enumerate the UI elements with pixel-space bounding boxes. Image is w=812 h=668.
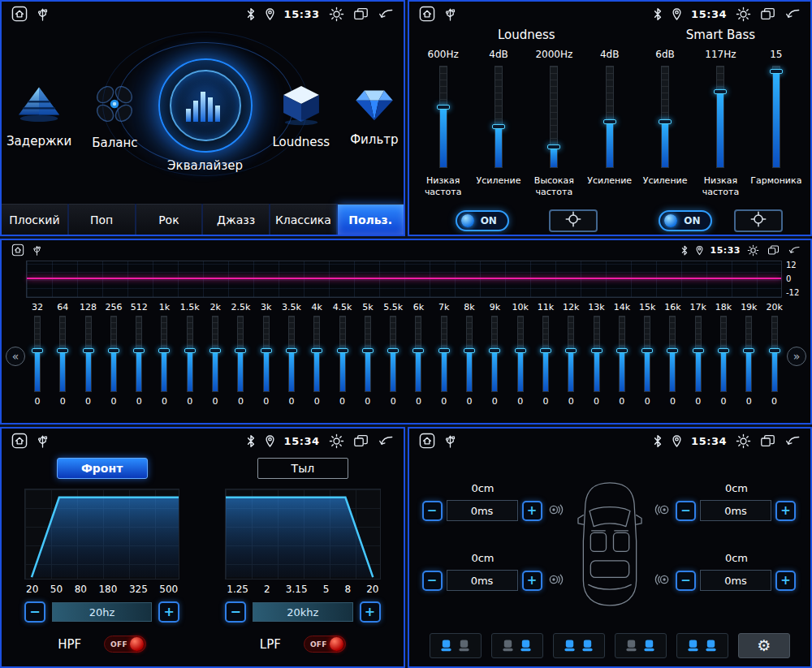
smart-bass-slider-1[interactable]: 6dBУсиление <box>639 49 691 199</box>
loudness-slider-1[interactable]: 600HzНизкая частота <box>417 49 469 199</box>
eq-band-128[interactable]: 1280 <box>77 302 100 407</box>
band-thumb[interactable] <box>616 348 628 353</box>
eq-band-15k[interactable]: 15k0 <box>636 302 659 407</box>
delay-minus-button[interactable]: − <box>676 571 696 591</box>
band-thumb[interactable] <box>57 348 68 353</box>
eq-band-1.5k[interactable]: 1.5k0 <box>179 302 201 407</box>
band-slider[interactable] <box>644 316 650 392</box>
band-slider[interactable] <box>720 316 727 392</box>
slider-track[interactable] <box>495 66 503 168</box>
delay-plus-button[interactable]: + <box>522 501 542 521</box>
preset-tab-1[interactable]: Плоский <box>2 204 67 235</box>
band-slider[interactable] <box>288 316 295 392</box>
recent-apps-icon[interactable] <box>767 244 780 255</box>
menu-item-balance[interactable]: Баланс <box>92 81 137 150</box>
band-thumb[interactable] <box>489 348 500 353</box>
band-thumb[interactable] <box>209 348 221 353</box>
band-thumb[interactable] <box>108 348 119 353</box>
hpf-plus-button[interactable]: + <box>158 601 179 623</box>
band-slider[interactable] <box>542 316 549 392</box>
band-slider[interactable] <box>441 316 447 392</box>
loudness-slider-3[interactable]: 2000HzВысокая частота <box>528 49 580 199</box>
band-thumb[interactable] <box>464 348 475 353</box>
band-thumb[interactable] <box>337 348 348 353</box>
eq-band-2k[interactable]: 2k0 <box>204 302 227 407</box>
prev-page-button[interactable]: « <box>6 347 25 366</box>
home-icon[interactable] <box>11 433 28 449</box>
preset-tab-6[interactable]: Польз. <box>338 204 404 235</box>
eq-band-2.5k[interactable]: 2.5k0 <box>229 302 252 407</box>
band-thumb[interactable] <box>32 348 43 353</box>
settings-button[interactable]: ⚙ <box>738 633 790 658</box>
hpf-frequency-value[interactable]: 20hz <box>52 602 152 622</box>
band-slider[interactable] <box>771 316 778 392</box>
band-slider[interactable] <box>568 316 574 392</box>
smart-bass-reset-button[interactable] <box>734 209 783 232</box>
band-thumb[interactable] <box>133 348 145 353</box>
band-slider[interactable] <box>745 316 752 392</box>
eq-band-8k[interactable]: 8k0 <box>458 302 481 407</box>
band-thumb[interactable] <box>412 348 424 353</box>
band-thumb[interactable] <box>184 348 196 353</box>
preset-tab-3[interactable]: Рок <box>136 204 202 235</box>
back-icon[interactable] <box>784 434 801 448</box>
back-icon[interactable] <box>378 7 394 21</box>
preset-tab-5[interactable]: Классика <box>270 204 336 235</box>
band-thumb[interactable] <box>438 348 450 353</box>
band-slider[interactable] <box>263 316 270 392</box>
slider-thumb[interactable] <box>714 89 727 94</box>
preset-tab-4[interactable]: Джазз <box>203 204 269 235</box>
delay-plus-button[interactable]: + <box>522 571 542 591</box>
band-slider[interactable] <box>313 316 320 392</box>
band-thumb[interactable] <box>540 348 551 353</box>
band-thumb[interactable] <box>311 348 322 353</box>
band-thumb[interactable] <box>769 348 780 353</box>
eq-band-19k[interactable]: 19k0 <box>737 302 760 407</box>
band-slider[interactable] <box>466 316 473 392</box>
band-thumb[interactable] <box>591 348 603 353</box>
eq-band-1k[interactable]: 1k0 <box>153 302 175 407</box>
band-thumb[interactable] <box>515 348 526 353</box>
band-slider[interactable] <box>59 316 66 392</box>
eq-band-14k[interactable]: 14k0 <box>611 302 633 407</box>
back-icon[interactable] <box>784 7 801 21</box>
band-slider[interactable] <box>695 316 702 392</box>
band-slider[interactable] <box>491 316 498 392</box>
eq-band-64[interactable]: 640 <box>51 302 74 407</box>
band-thumb[interactable] <box>743 348 754 353</box>
eq-band-9k[interactable]: 9k0 <box>483 302 506 407</box>
slider-thumb[interactable] <box>770 69 783 74</box>
band-slider[interactable] <box>619 316 625 392</box>
brightness-icon[interactable] <box>329 433 344 449</box>
band-slider[interactable] <box>237 316 244 392</box>
delay-minus-button[interactable]: − <box>422 501 443 521</box>
eq-band-16k[interactable]: 16k0 <box>661 302 684 407</box>
home-icon[interactable] <box>11 6 28 22</box>
hpf-off-toggle[interactable]: OFF <box>104 636 146 653</box>
band-thumb[interactable] <box>362 348 374 353</box>
band-thumb[interactable] <box>667 348 678 353</box>
band-slider[interactable] <box>161 316 167 392</box>
eq-band-17k[interactable]: 17k0 <box>687 302 710 407</box>
band-thumb[interactable] <box>235 348 246 353</box>
menu-item-equalizer[interactable]: Эквалайзер <box>158 58 253 173</box>
slider-track[interactable] <box>661 66 669 168</box>
eq-band-4k[interactable]: 4k0 <box>305 302 328 407</box>
loudness-on-toggle[interactable]: ON <box>456 210 509 231</box>
eq-band-7k[interactable]: 7k0 <box>433 302 456 407</box>
back-icon[interactable] <box>378 434 394 448</box>
eq-band-512[interactable]: 5120 <box>127 302 150 407</box>
slider-track[interactable] <box>550 66 558 168</box>
hpf-minus-button[interactable]: − <box>24 601 45 623</box>
recent-apps-icon[interactable] <box>760 434 775 448</box>
menu-item-filter[interactable]: Фильтр <box>350 84 398 147</box>
delay-minus-button[interactable]: − <box>422 571 443 591</box>
slider-thumb[interactable] <box>437 105 450 110</box>
smart-bass-slider-2[interactable]: 117HzНизкая частота <box>694 49 746 199</box>
home-icon[interactable] <box>419 6 435 22</box>
back-icon[interactable] <box>788 244 801 255</box>
slider-thumb[interactable] <box>603 119 616 124</box>
band-slider[interactable] <box>110 316 117 392</box>
lpf-minus-button[interactable]: − <box>225 601 246 623</box>
band-slider[interactable] <box>136 316 142 392</box>
